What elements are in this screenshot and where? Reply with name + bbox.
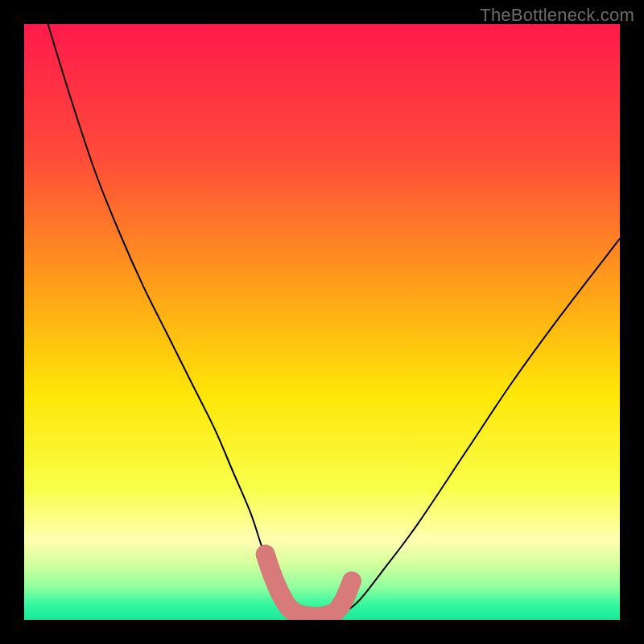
watermark-text: TheBottleneck.com [480, 5, 634, 26]
plot-area [24, 24, 620, 620]
gradient-background [24, 24, 620, 620]
chart-svg [24, 24, 620, 620]
chart-frame: TheBottleneck.com [0, 0, 644, 644]
